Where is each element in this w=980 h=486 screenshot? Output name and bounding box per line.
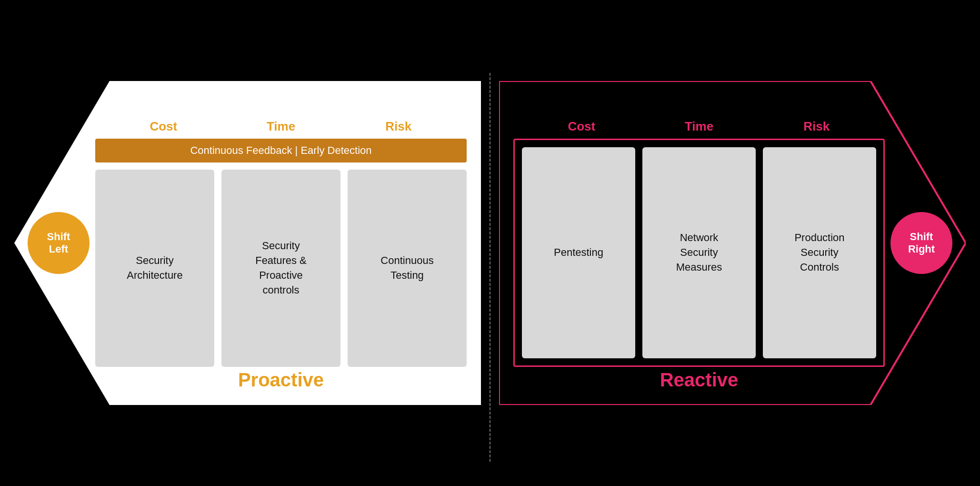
left-side: ShiftLeft Cost Time Risk Continuous Feed… <box>14 81 481 405</box>
right-side: ShiftRight Cost Time Risk Pentesting Net… <box>499 81 966 405</box>
left-header-time: Time <box>222 119 340 134</box>
shift-right-label: ShiftRight <box>908 231 935 256</box>
left-header-risk: Risk <box>340 119 457 134</box>
center-divider <box>490 73 491 462</box>
right-cards-container: Pentesting NetworkSecurityMeasures Produ… <box>513 139 885 367</box>
network-security-card: NetworkSecurityMeasures <box>642 147 756 358</box>
production-security-text: ProductionSecurityControls <box>794 231 844 274</box>
security-features-text: SecurityFeatures &Proactivecontrols <box>255 239 307 297</box>
right-headers: Cost Time Risk <box>513 119 885 134</box>
proactive-label: Proactive <box>95 369 467 391</box>
continuous-testing-card: ContinuousTesting <box>348 170 467 367</box>
right-header-cost: Cost <box>523 119 640 134</box>
right-header-risk: Risk <box>758 119 875 134</box>
right-content: Cost Time Risk Pentesting NetworkSecurit… <box>513 119 885 367</box>
left-cards: SecurityArchitecture SecurityFeatures &P… <box>95 170 467 367</box>
shift-left-label: ShiftLeft <box>47 231 70 256</box>
continuous-testing-text: ContinuousTesting <box>380 253 433 283</box>
security-architecture-text: SecurityArchitecture <box>127 253 182 283</box>
left-headers: Cost Time Risk <box>95 119 467 134</box>
reactive-label: Reactive <box>513 369 885 391</box>
left-header-cost: Cost <box>105 119 222 134</box>
shift-right-circle: ShiftRight <box>890 212 952 274</box>
feedback-bar: Continuous Feedback | Early Detection <box>95 139 467 162</box>
right-header-time: Time <box>640 119 758 134</box>
production-security-card: ProductionSecurityControls <box>763 147 876 358</box>
feedback-bar-text: Continuous Feedback | Early Detection <box>190 144 371 156</box>
diagram-container: ShiftLeft Cost Time Risk Continuous Feed… <box>0 0 980 486</box>
left-content: Cost Time Risk Continuous Feedback | Ear… <box>95 119 467 367</box>
security-architecture-card: SecurityArchitecture <box>95 170 214 367</box>
pentesting-text: Pentesting <box>554 245 603 260</box>
network-security-text: NetworkSecurityMeasures <box>676 231 722 274</box>
shift-left-circle: ShiftLeft <box>28 212 90 274</box>
pentesting-card: Pentesting <box>522 147 635 358</box>
security-features-card: SecurityFeatures &Proactivecontrols <box>221 170 340 367</box>
